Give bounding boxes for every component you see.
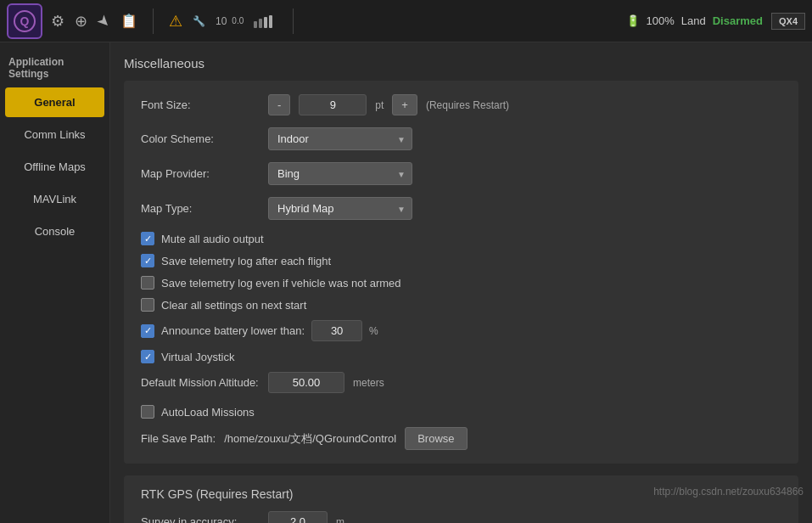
file-save-value: /home/zouxu/文档/QGroundControl xyxy=(224,431,396,447)
svg-text:Q: Q xyxy=(20,14,30,28)
map-type-label: Map Type: xyxy=(141,202,260,215)
clear-settings-row: Clear all settings on next start xyxy=(141,298,781,312)
clear-settings-label: Clear all settings on next start xyxy=(161,299,306,312)
save-telem-label: Save telemetry log after each flight xyxy=(161,255,331,267)
topbar-icons: ⚙ ⊕ ➤ 📋 ⚠ 🔧 10 0.0 🔋 xyxy=(51,8,763,34)
mute-audio-checkbox[interactable] xyxy=(141,232,154,245)
sidebar-item-comm-links[interactable]: Comm Links xyxy=(5,120,104,149)
announce-battery-checkbox[interactable] xyxy=(141,324,154,338)
autoload-checkbox[interactable] xyxy=(141,405,154,419)
color-scheme-select-wrapper: Indoor Outdoor xyxy=(268,127,412,150)
main-content: Miscellaneous Font Size: - pt + (Require… xyxy=(110,42,812,523)
font-size-row: Font Size: - pt + (Requires Restart) xyxy=(141,94,781,115)
rtk-title: RTK GPS (Requires Restart) xyxy=(141,487,781,501)
link-icon xyxy=(254,14,277,28)
vehicle-icon-btn[interactable]: ⊕ xyxy=(75,12,87,31)
font-size-note: (Requires Restart) xyxy=(426,99,509,111)
font-size-unit: pt xyxy=(375,99,384,111)
map-type-select-wrapper: Hybrid Map Street Map Satellite Map xyxy=(268,197,412,220)
font-size-input[interactable] xyxy=(299,94,367,115)
disarmed-status: Disarmed xyxy=(713,14,763,27)
survey-accuracy-unit: m xyxy=(336,516,344,524)
default-altitude-unit: meters xyxy=(353,377,384,389)
map-provider-label: Map Provider: xyxy=(141,167,260,180)
default-altitude-input[interactable] xyxy=(268,372,344,393)
save-telem-row: Save telemetry log after each flight xyxy=(141,254,781,267)
browse-button[interactable]: Browse xyxy=(405,427,467,450)
announce-battery-input[interactable] xyxy=(311,320,362,341)
version-badge: 10 0.0 xyxy=(216,15,244,27)
map-type-row: Map Type: Hybrid Map Street Map Satellit… xyxy=(141,197,781,220)
wrench-icon[interactable]: 🔧 xyxy=(193,15,205,27)
svg-rect-4 xyxy=(264,17,267,28)
virtual-joystick-row: Virtual Joystick xyxy=(141,350,781,363)
map-provider-select[interactable]: Bing Google OpenStreetMap xyxy=(268,162,412,185)
color-scheme-row: Color Scheme: Indoor Outdoor xyxy=(141,127,781,150)
gear-icon-btn[interactable]: ⚙ xyxy=(51,12,64,31)
brand-logo: QX4 xyxy=(771,13,805,30)
announce-battery-label: Announce battery lower than: xyxy=(161,324,305,337)
survey-accuracy-label: Survey in accuracy: xyxy=(141,515,260,523)
save-telem-unarmed-row: Save telemetry log even if vehicle was n… xyxy=(141,276,781,290)
sidebar-item-offline-maps[interactable]: Offline Maps xyxy=(5,152,104,182)
font-size-minus-button[interactable]: - xyxy=(268,94,290,115)
doc-icon-btn[interactable]: 📋 xyxy=(120,13,137,29)
sidebar-item-mavlink[interactable]: MAVLink xyxy=(5,184,104,214)
announce-battery-unit: % xyxy=(369,325,378,337)
topbar: Q ⚙ ⊕ ➤ 📋 ⚠ 🔧 10 0.0 xyxy=(0,0,812,42)
survey-accuracy-input[interactable] xyxy=(268,511,328,523)
map-provider-row: Map Provider: Bing Google OpenStreetMap xyxy=(141,162,781,185)
topbar-divider xyxy=(153,8,154,34)
main-layout: Application Settings General Comm Links … xyxy=(0,42,812,523)
app-logo[interactable]: Q xyxy=(7,3,42,39)
svg-rect-5 xyxy=(269,15,272,28)
sidebar-item-general[interactable]: General xyxy=(5,87,104,117)
sidebar: Application Settings General Comm Links … xyxy=(0,42,110,523)
color-scheme-select[interactable]: Indoor Outdoor xyxy=(268,127,412,150)
font-size-label: Font Size: xyxy=(141,98,260,111)
color-scheme-label: Color Scheme: xyxy=(141,132,260,145)
autoload-row: AutoLoad Missions xyxy=(141,405,781,419)
topbar-status: 🔋 100% Land Disarmed xyxy=(626,14,763,27)
miscellaneous-title: Miscellaneous xyxy=(124,56,798,70)
virtual-joystick-checkbox[interactable] xyxy=(141,350,154,363)
topbar-divider-2 xyxy=(293,8,294,34)
file-save-label: File Save Path: xyxy=(141,432,216,445)
clear-settings-checkbox[interactable] xyxy=(141,298,154,312)
survey-accuracy-row: Survey in accuracy: m xyxy=(141,511,781,523)
font-size-plus-button[interactable]: + xyxy=(392,94,417,115)
map-type-select[interactable]: Hybrid Map Street Map Satellite Map xyxy=(268,197,412,220)
warning-icon[interactable]: ⚠ xyxy=(169,12,182,31)
battery-icon: 🔋 xyxy=(626,14,640,27)
sidebar-item-console[interactable]: Console xyxy=(5,217,104,246)
file-save-row: File Save Path: /home/zouxu/文档/QGroundCo… xyxy=(141,427,781,450)
announce-battery-row: Announce battery lower than: % xyxy=(141,320,781,341)
default-altitude-row: Default Mission Altitude: meters xyxy=(141,372,781,393)
svg-rect-3 xyxy=(259,19,262,28)
map-provider-select-wrapper: Bing Google OpenStreetMap xyxy=(268,162,412,185)
autoload-label: AutoLoad Missions xyxy=(161,406,255,419)
save-telem-unarmed-checkbox[interactable] xyxy=(141,276,154,290)
save-telem-checkbox[interactable] xyxy=(141,254,154,267)
save-telem-unarmed-label: Save telemetry log even if vehicle was n… xyxy=(161,277,401,290)
rtk-panel: RTK GPS (Requires Restart) Survey in acc… xyxy=(124,475,798,523)
mute-audio-label: Mute all audio output xyxy=(161,233,264,245)
mute-audio-row: Mute all audio output xyxy=(141,232,781,245)
miscellaneous-panel: Font Size: - pt + (Requires Restart) Col… xyxy=(124,81,798,464)
svg-rect-2 xyxy=(254,21,257,28)
default-altitude-label: Default Mission Altitude: xyxy=(141,376,260,389)
send-icon-btn[interactable]: ➤ xyxy=(98,12,110,31)
sidebar-title: Application Settings xyxy=(0,51,109,85)
virtual-joystick-label: Virtual Joystick xyxy=(161,351,234,363)
